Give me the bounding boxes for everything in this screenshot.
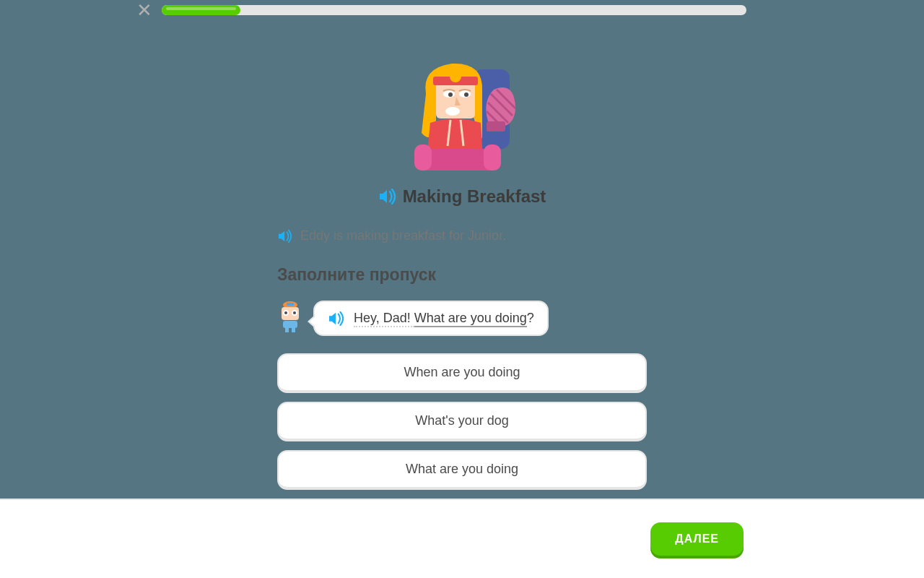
svg-rect-21 [285,328,289,332]
svg-rect-14 [287,303,294,306]
top-bar: ✕ [0,0,924,17]
svg-point-19 [293,311,296,314]
svg-rect-12 [484,144,501,171]
svg-point-7 [448,92,453,97]
svg-point-18 [284,311,287,314]
svg-point-8 [464,92,468,97]
progress-fill [162,5,240,15]
dialogue-row: Hey, Dad! What are you doing? [277,301,647,336]
context-text: Eddy is making breakfast for Junior. [300,228,506,243]
character-avatar-junior [277,301,303,332]
footer-bar: ДАЛЕЕ [0,499,924,578]
speaker-icon[interactable] [277,230,293,243]
option-button[interactable]: When are you doing [277,353,647,393]
speech-blank: What are you doing [414,311,527,327]
exercise-area: Making Breakfast Eddy is making breakfas… [0,17,924,499]
speaker-icon[interactable] [328,311,345,326]
speech-prefix: Hey, Dad! [354,311,414,327]
speech-bubble: Hey, Dad! What are you doing? [313,301,549,336]
svg-rect-20 [283,321,297,328]
option-button[interactable]: What's your dog [277,402,647,441]
story-illustration [404,61,520,176]
answer-options: When are you doing What's your dog What … [277,353,647,490]
progress-bar [162,5,746,15]
svg-rect-11 [414,144,432,171]
next-button[interactable]: ДАЛЕЕ [650,522,744,556]
svg-rect-22 [292,328,295,332]
option-button[interactable]: What are you doing [277,450,647,490]
speaker-icon[interactable] [378,189,397,204]
story-title: Making Breakfast [403,186,546,207]
prompt-label: Заполните пропуск [277,265,647,285]
svg-point-9 [445,107,460,116]
svg-point-4 [450,71,461,82]
speech-suffix: ? [527,311,534,325]
story-title-row: Making Breakfast [378,186,546,207]
speech-text: Hey, Dad! What are you doing? [354,311,534,326]
context-row: Eddy is making breakfast for Junior. [277,228,647,243]
